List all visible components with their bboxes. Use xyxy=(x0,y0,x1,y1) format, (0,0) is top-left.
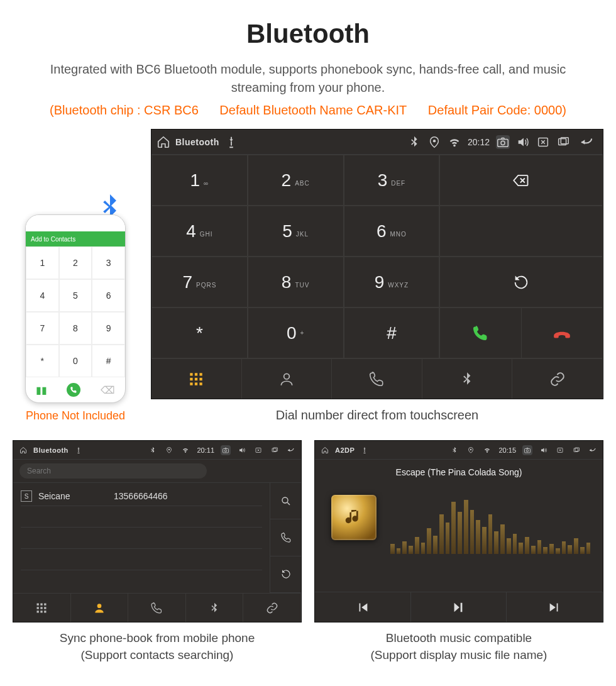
key-4[interactable]: 4GHI xyxy=(151,206,248,257)
call-contact-button[interactable] xyxy=(270,519,301,556)
dialer-nav xyxy=(151,358,603,399)
dialer-statusbar: Bluetooth 20:12 xyxy=(151,130,603,155)
home-icon[interactable] xyxy=(320,445,330,455)
bt-status-icon xyxy=(148,445,158,455)
phone-illustration: Add to Contacts 123 456 789 *0# ▮▮ ⌫ Pho… xyxy=(13,214,138,423)
close-app-icon[interactable] xyxy=(536,135,550,149)
prev-button[interactable] xyxy=(315,592,411,622)
nav-history[interactable] xyxy=(332,359,422,399)
back-icon[interactable] xyxy=(286,445,296,455)
search-button[interactable] xyxy=(270,483,301,519)
statusbar-title: A2DP xyxy=(335,446,355,454)
screenshot-icon[interactable] xyxy=(221,445,231,455)
music-controls xyxy=(315,592,603,622)
recent-apps-icon[interactable] xyxy=(556,135,570,149)
spec-pair: Default Pair Code: 0000) xyxy=(428,103,566,117)
home-icon[interactable] xyxy=(157,135,170,149)
statusbar-time: 20:11 xyxy=(197,446,214,454)
nav-pair[interactable] xyxy=(512,359,603,399)
side-actions xyxy=(270,483,301,593)
dialer-caption: Dial number direct from touchscreen xyxy=(151,408,603,423)
key-2[interactable]: 2ABC xyxy=(248,155,344,206)
usb-icon xyxy=(74,445,84,455)
statusbar-title: Bluetooth xyxy=(33,446,69,454)
phone-bar-label: Add to Contacts xyxy=(31,236,75,243)
statusbar-time: 20:15 xyxy=(498,446,516,454)
search-row xyxy=(13,460,301,483)
next-button[interactable] xyxy=(507,592,603,622)
key-1[interactable]: 1∞ xyxy=(151,155,248,206)
empty-cell xyxy=(439,206,603,257)
contact-list[interactable]: S Seicane 13566664466 xyxy=(13,483,270,593)
phone-caption: Phone Not Included xyxy=(13,409,138,423)
location-icon xyxy=(427,135,441,149)
key-0[interactable]: 0+ xyxy=(248,307,344,358)
call-button[interactable] xyxy=(440,308,521,358)
statusbar-title: Bluetooth xyxy=(175,137,219,147)
key-7[interactable]: 7PQRS xyxy=(151,257,248,307)
music-statusbar: A2DP 20:15 xyxy=(315,441,603,460)
album-art xyxy=(331,495,377,540)
back-icon[interactable] xyxy=(576,135,598,149)
key-8[interactable]: 8TUV xyxy=(248,257,344,307)
volume-icon[interactable] xyxy=(539,445,549,455)
music-caption: Bluetooth music compatible (Support disp… xyxy=(314,630,603,663)
hangup-button[interactable] xyxy=(522,308,602,358)
refresh-contacts-button[interactable] xyxy=(270,556,301,593)
key-3[interactable]: 3DEF xyxy=(344,155,440,206)
dialer-panel: Bluetooth 20:12 xyxy=(151,129,603,399)
volume-icon[interactable] xyxy=(237,445,247,455)
close-app-icon[interactable] xyxy=(253,445,263,455)
music-panel: A2DP 20:15 xyxy=(314,440,603,622)
nav-keypad[interactable] xyxy=(151,359,242,399)
nav-history[interactable] xyxy=(128,594,186,622)
spec-chip: (Bluetooth chip : CSR BC6 xyxy=(50,103,199,117)
key-9[interactable]: 9WXYZ xyxy=(344,257,440,307)
location-icon xyxy=(164,445,174,455)
wifi-icon xyxy=(482,445,492,455)
nav-pair[interactable] xyxy=(243,594,301,622)
recent-apps-icon[interactable] xyxy=(571,445,581,455)
key-5[interactable]: 5JKL xyxy=(248,206,344,257)
contacts-nav xyxy=(13,593,301,622)
search-input[interactable] xyxy=(19,463,207,479)
screenshot-icon[interactable] xyxy=(522,445,532,455)
usb-icon xyxy=(224,135,238,149)
music-body: Escape (The Pina Colada Song) xyxy=(315,460,603,592)
volume-icon[interactable] xyxy=(516,135,530,149)
recent-apps-icon[interactable] xyxy=(270,445,280,455)
nav-bluetooth[interactable] xyxy=(422,359,513,399)
nav-contacts[interactable] xyxy=(242,359,333,399)
key-hash[interactable]: # xyxy=(344,307,440,358)
nav-contacts[interactable] xyxy=(71,594,129,622)
contact-name: Seicane xyxy=(38,491,107,501)
spec-name: Default Bluetooth Name CAR-KIT xyxy=(219,103,407,117)
wifi-icon xyxy=(448,135,461,149)
nav-keypad[interactable] xyxy=(13,594,71,622)
backspace-button[interactable] xyxy=(439,155,603,206)
redial-button[interactable] xyxy=(439,257,603,307)
usb-icon xyxy=(360,445,370,455)
home-icon[interactable] xyxy=(18,445,28,455)
wifi-icon xyxy=(180,445,190,455)
equalizer-icon xyxy=(390,497,590,554)
close-app-icon[interactable] xyxy=(555,445,565,455)
contact-item[interactable]: S Seicane 13566664466 xyxy=(21,487,262,506)
nav-bluetooth[interactable] xyxy=(186,594,244,622)
svg-point-17 xyxy=(97,604,102,608)
track-title: Escape (The Pina Colada Song) xyxy=(396,467,522,477)
screenshot-icon[interactable] xyxy=(496,135,510,149)
call-actions xyxy=(439,307,603,358)
contacts-panel: Bluetooth 20:11 xyxy=(13,440,302,622)
bt-status-icon xyxy=(449,445,459,455)
contacts-caption: Sync phone-book from mobile phone (Suppo… xyxy=(13,630,302,663)
bt-status-icon xyxy=(407,135,421,149)
back-icon[interactable] xyxy=(588,445,598,455)
spec-line: (Bluetooth chip : CSR BC6 Default Blueto… xyxy=(13,103,603,118)
key-6[interactable]: 6MNO xyxy=(344,206,440,257)
contact-initial: S xyxy=(21,490,32,502)
key-star[interactable]: * xyxy=(151,307,248,358)
page-title: Bluetooth xyxy=(13,19,603,49)
play-pause-button[interactable] xyxy=(411,592,507,622)
statusbar-time: 20:12 xyxy=(468,137,490,147)
